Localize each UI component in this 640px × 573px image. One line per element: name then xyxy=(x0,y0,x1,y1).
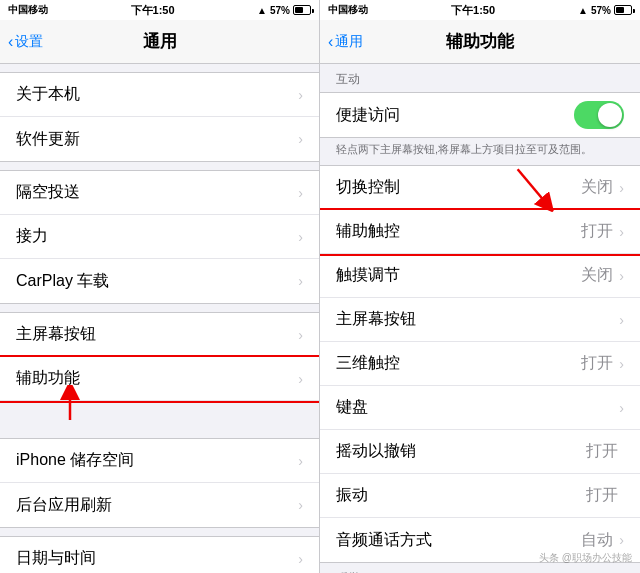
chevron-right-icon: › xyxy=(619,224,624,240)
list-item[interactable]: 主屏幕按钮 › xyxy=(320,298,640,342)
assistivetouch-item[interactable]: 辅助触控 打开 › xyxy=(320,210,640,254)
item-label: 三维触控 xyxy=(336,353,581,374)
watermark: 头条 @职场办公技能 xyxy=(539,551,632,565)
item-value: 关闭 xyxy=(581,177,613,198)
left-nav-bar: ‹ 设置 通用 xyxy=(0,20,319,64)
left-battery-label: 57% xyxy=(270,5,290,16)
list-item[interactable]: 主屏幕按钮 › xyxy=(0,313,319,357)
chevron-right-icon: › xyxy=(298,453,303,469)
item-value: 关闭 xyxy=(581,265,613,286)
item-label: 主屏幕按钮 xyxy=(16,324,298,345)
list-item[interactable]: 日期与时间 › xyxy=(0,537,319,573)
left-divider-5 xyxy=(0,528,319,536)
list-item[interactable]: CarPlay 车载 › xyxy=(0,259,319,303)
left-divider-4 xyxy=(0,402,319,438)
red-arrow-left xyxy=(60,385,120,425)
left-back-label: 设置 xyxy=(15,33,43,51)
item-label: CarPlay 车载 xyxy=(16,271,298,292)
left-status-bar: 中国移动 下午1:50 ▲ 57% xyxy=(0,0,319,20)
list-item[interactable]: 接力 › xyxy=(0,215,319,259)
chevron-right-icon: › xyxy=(619,268,624,284)
chevron-right-icon: › xyxy=(298,185,303,201)
chevron-right-icon: › xyxy=(298,371,303,387)
assistivetouch-label: 辅助触控 xyxy=(336,221,581,242)
right-battery-icon xyxy=(614,5,632,15)
item-label: 后台应用刷新 xyxy=(16,495,298,516)
item-value: 打开 xyxy=(586,485,618,506)
right-back-button[interactable]: ‹ 通用 xyxy=(328,33,363,51)
left-battery-icon xyxy=(293,5,311,15)
left-back-button[interactable]: ‹ 设置 xyxy=(8,33,43,51)
right-scroll-area: 互动 便捷访问 轻点两下主屏幕按钮,将屏幕上方项目拉至可及范围。 切换控制 关闭… xyxy=(320,64,640,573)
chevron-right-icon: › xyxy=(298,551,303,567)
list-item[interactable]: 关于本机 › xyxy=(0,73,319,117)
chevron-right-icon: › xyxy=(619,400,624,416)
chevron-right-icon: › xyxy=(298,273,303,289)
chevron-right-icon: › xyxy=(619,356,624,372)
list-item[interactable]: 振动 打开 xyxy=(320,474,640,518)
item-label: 主屏幕按钮 xyxy=(336,309,619,330)
chevron-right-icon: › xyxy=(298,229,303,245)
list-item[interactable]: 键盘 › xyxy=(320,386,640,430)
left-back-chevron-icon: ‹ xyxy=(8,33,13,51)
list-item[interactable]: 隔空投送 › xyxy=(0,171,319,215)
chevron-right-icon: › xyxy=(619,312,624,328)
right-section-header-interaction: 互动 xyxy=(320,64,640,92)
chevron-right-icon: › xyxy=(619,180,624,196)
left-group-1: 关于本机 › 软件更新 › xyxy=(0,72,319,162)
right-time: 下午1:50 xyxy=(451,3,495,18)
right-back-label: 通用 xyxy=(335,33,363,51)
left-group-5: 日期与时间 › 键盘 › xyxy=(0,536,319,573)
left-right-icons: ▲ 57% xyxy=(257,5,311,16)
list-item[interactable]: iPhone 储存空间 › xyxy=(0,439,319,483)
item-label: 隔空投送 xyxy=(16,182,298,203)
quickaccess-label: 便捷访问 xyxy=(336,105,574,126)
item-label: 接力 xyxy=(16,226,298,247)
left-group-2: 隔空投送 › 接力 › CarPlay 车载 › xyxy=(0,170,319,304)
item-label: 振动 xyxy=(336,485,586,506)
left-time: 下午1:50 xyxy=(131,3,175,18)
right-group-quickaccess: 便捷访问 xyxy=(320,92,640,138)
accessibility-list-item[interactable]: 辅助功能 › xyxy=(0,357,319,401)
right-status-bar: 中国移动 下午1:50 ▲ 57% xyxy=(320,0,640,20)
right-nav-bar: ‹ 通用 辅助功能 xyxy=(320,20,640,64)
list-item[interactable]: 切换控制 关闭 › xyxy=(320,166,640,210)
chevron-right-icon: › xyxy=(298,497,303,513)
right-nav-title: 辅助功能 xyxy=(446,30,514,53)
right-group-main: 切换控制 关闭 › 辅助触控 打开 › xyxy=(320,165,640,563)
item-label: 音频通话方式 xyxy=(336,530,581,551)
item-label: 软件更新 xyxy=(16,129,298,150)
list-item[interactable]: 软件更新 › xyxy=(0,117,319,161)
left-divider-1 xyxy=(0,64,319,72)
left-group-3: 主屏幕按钮 › 辅助功能 › xyxy=(0,312,319,402)
list-item[interactable]: 触摸调节 关闭 › xyxy=(320,254,640,298)
left-group-4: iPhone 储存空间 › 后台应用刷新 › xyxy=(0,438,319,528)
left-divider-2 xyxy=(0,162,319,170)
right-back-chevron-icon: ‹ xyxy=(328,33,333,51)
right-battery-label: 57% xyxy=(591,5,611,16)
assistivetouch-value: 打开 xyxy=(581,221,613,242)
chevron-right-icon: › xyxy=(298,327,303,343)
item-label: iPhone 储存空间 xyxy=(16,450,298,471)
list-item[interactable]: 三维触控 打开 › xyxy=(320,342,640,386)
quickaccess-item[interactable]: 便捷访问 xyxy=(320,93,640,137)
left-divider-3 xyxy=(0,304,319,312)
chevron-right-icon: › xyxy=(619,532,624,548)
item-label: 摇动以撤销 xyxy=(336,441,586,462)
item-value: 自动 xyxy=(581,530,613,551)
chevron-right-icon: › xyxy=(298,87,303,103)
accessibility-label: 辅助功能 xyxy=(16,368,298,389)
right-phone-panel: 中国移动 下午1:50 ▲ 57% ‹ 通用 辅助功能 互动 便捷访问 xyxy=(320,0,640,573)
left-carrier: 中国移动 xyxy=(8,3,48,17)
item-label: 关于本机 xyxy=(16,84,298,105)
left-nav-title: 通用 xyxy=(143,30,177,53)
item-value: 打开 xyxy=(586,441,618,462)
right-signal-icon: ▲ xyxy=(578,5,588,16)
quickaccess-toggle[interactable] xyxy=(574,101,624,129)
chevron-right-icon: › xyxy=(298,131,303,147)
list-item[interactable]: 摇动以撤销 打开 xyxy=(320,430,640,474)
list-item[interactable]: 后台应用刷新 › xyxy=(0,483,319,527)
item-label: 日期与时间 xyxy=(16,548,298,569)
item-value: 打开 xyxy=(581,353,613,374)
right-right-icons: ▲ 57% xyxy=(578,5,632,16)
